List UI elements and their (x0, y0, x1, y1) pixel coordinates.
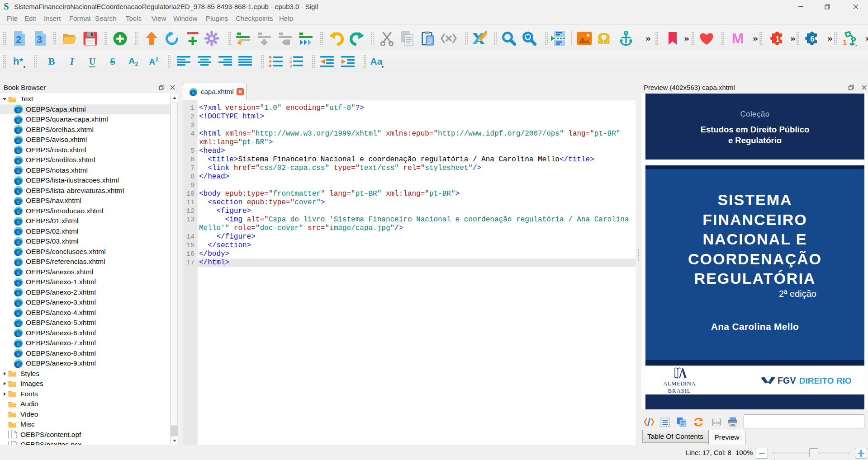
tree-item-fonts[interactable]: Fonts (0, 389, 170, 399)
code-line-13-wrap[interactable]: Mello'" role="doc-cover" src="image/capa… (183, 224, 636, 233)
toolbar-drag-handle[interactable] (320, 32, 323, 45)
zoom-slider-handle[interactable] (809, 448, 818, 457)
tree-item-oebps-anexo-1-xhtml[interactable]: OEBPS/anexo-1.xhtml (0, 277, 170, 287)
align-left-button[interactable] (175, 53, 192, 70)
tree-item-oebps-aviso-xhtml[interactable]: OEBPS/aviso.xhtml (0, 135, 170, 145)
tree-item-oebps-referencias-xhtml[interactable]: OEBPS/referencias.xhtml (0, 257, 170, 267)
scrollbar-up-icon[interactable] (171, 93, 178, 102)
toolbar-drag-handle[interactable] (53, 32, 56, 45)
code-line-9[interactable]: 9 (183, 181, 636, 190)
menu-view[interactable]: View (152, 14, 166, 22)
toolbar-overflow-icon[interactable]: » (825, 33, 835, 44)
split-chevrons-button[interactable] (297, 30, 314, 47)
code-line-10[interactable]: 10<body epub:type="frontmatter" lang="pt… (183, 190, 636, 198)
menu-insert[interactable]: Insert (44, 14, 61, 22)
align-center-button[interactable] (196, 53, 213, 70)
tree-item-oebps-anexo-4-xhtml[interactable]: OEBPS/anexo-4.xhtml (0, 308, 170, 318)
refresh-button[interactable] (693, 417, 703, 427)
tree-item-oebps-conclusoes-xhtml[interactable]: OEBPS/conclusoes.xhtml (0, 247, 170, 257)
heading-button[interactable]: h*▼ (10, 53, 26, 70)
toolbar-overflow-icon[interactable]: » (750, 33, 760, 44)
toolbar-drag-handle[interactable] (3, 55, 6, 68)
preview-address-input[interactable] (744, 414, 864, 428)
align-right-button[interactable] (217, 53, 233, 70)
tree-item-oebps-anexo-3-xhtml[interactable]: OEBPS/anexo-3.xhtml (0, 297, 170, 308)
toolbar-drag-handle[interactable] (34, 55, 37, 68)
toolbar-drag-handle[interactable] (721, 32, 724, 45)
print-button[interactable] (728, 417, 738, 427)
insert-image-button[interactable] (576, 30, 593, 47)
numbered-list-button[interactable]: 123 (288, 53, 304, 70)
anchor-button[interactable] (617, 30, 635, 47)
code-line-3[interactable]: 3 (183, 121, 636, 130)
plugin1-button[interactable]: 1 (768, 30, 786, 47)
tree-item-oebps-content-opf[interactable]: OEBPS/content.opf (0, 430, 170, 440)
zoom-in-button[interactable] (855, 448, 867, 459)
toolbar-drag-handle[interactable] (655, 32, 658, 45)
code-line-7[interactable]: 7 <link href="css/02-capa.css" type="tex… (183, 164, 636, 173)
book-browser-scrollbar[interactable] (170, 93, 178, 445)
tree-item-oebps-rosto-xhtml[interactable]: OEBPS/rosto.xhtml (0, 145, 170, 155)
toolbar-drag-handle[interactable] (371, 32, 374, 45)
underline-button[interactable]: U (84, 53, 100, 70)
reload-button[interactable] (163, 30, 180, 47)
find-button[interactable] (500, 30, 517, 47)
toolbar-drag-handle[interactable] (104, 32, 107, 45)
tree-item-oebps-03-xhtml[interactable]: OEBPS/03.xhtml (0, 236, 170, 247)
split-view-button[interactable] (550, 30, 567, 47)
tree-item-oebps-anexos-xhtml[interactable]: OEBPS/anexos.xhtml (0, 267, 170, 277)
tree-item-oebps-anexo-2-xhtml[interactable]: OEBPS/anexo-2.xhtml (0, 287, 170, 298)
toolbar-drag-handle[interactable] (228, 32, 231, 45)
toolbar-drag-handle[interactable] (465, 32, 468, 45)
tree-item-oebps-notas-xhtml[interactable]: OEBPS/notas.xhtml (0, 165, 170, 176)
tree-item-misc[interactable]: Misc (0, 419, 170, 430)
subscript-button[interactable]: A2 (125, 53, 142, 70)
tree-item-audio[interactable]: Audio (0, 399, 170, 409)
inspect-button[interactable] (644, 417, 654, 427)
outdent-button[interactable] (319, 53, 335, 70)
tree-item-images[interactable]: Images (0, 379, 170, 389)
mend-button[interactable]: M (729, 30, 746, 47)
toolbar-overflow-icon[interactable]: » (787, 33, 797, 44)
code-line-14[interactable]: 14 </figure> (183, 233, 636, 241)
menu-search[interactable]: Search (95, 14, 117, 22)
insert-split-button[interactable] (184, 30, 201, 47)
editor-tab-capa[interactable]: capa.xhtml ✕ (183, 83, 247, 100)
tree-item-oebps-01-xhtml[interactable]: OEBPS/01.xhtml (0, 216, 170, 226)
code-line-17[interactable]: 17</html> (183, 258, 636, 267)
preview-viewport[interactable]: Coleção Estudos em Direito Público e Reg… (641, 93, 868, 409)
css-button[interactable]: css (711, 417, 721, 427)
code-line-1[interactable]: 1<?xml version="1.0" encoding="utf-8"?> (183, 104, 636, 113)
save-button[interactable] (81, 30, 99, 47)
menu-format[interactable]: Format (69, 14, 91, 22)
code-line-6[interactable]: 6 <title>Sistema Financeiro Nacional e c… (183, 155, 636, 164)
indent-button[interactable] (340, 53, 356, 70)
menu-file[interactable]: File (7, 14, 18, 22)
toolbar-drag-handle[interactable] (3, 32, 6, 45)
toolbar-drag-handle[interactable] (797, 32, 799, 45)
code-line-15[interactable]: 15 </section> (183, 241, 636, 250)
strikethrough-button[interactable]: S (104, 53, 121, 70)
editor-preview-splitter[interactable] (636, 72, 641, 445)
toolbar-drag-handle[interactable] (692, 32, 694, 45)
tree-item-oebps-quarta-capa-xhtml[interactable]: OEBPS/quarta-capa.xhtml (0, 114, 170, 125)
tree-item-oebps-nav-xhtml[interactable]: OEBPS/nav.xhtml (0, 196, 170, 206)
book2-button[interactable]: 2 (11, 30, 28, 47)
tree-item-oebps-introducao-xhtml[interactable]: OEBPS/introducao.xhtml (0, 206, 170, 216)
xml-edit-button[interactable] (470, 30, 488, 47)
toolbar-overflow-icon[interactable]: » (643, 33, 653, 44)
code-line-5[interactable]: 5<head> (183, 147, 636, 155)
code-line-11[interactable]: 11 <section epub:type="cover"> (183, 198, 636, 207)
code-line-8[interactable]: 8</head> (183, 173, 636, 181)
tree-item-oebps-anexo-5-xhtml[interactable]: OEBPS/anexo-5.xhtml (0, 318, 170, 328)
tab-table-of-contents[interactable]: Table Of Contents (642, 430, 708, 443)
menu-window[interactable]: Window (173, 14, 197, 22)
code-editor[interactable]: 1<?xml version="1.0" encoding="utf-8"?>2… (183, 100, 636, 445)
tree-item-oebps-ncx-toc-ncx[interactable]: OEBPS/ncx/toc.ncx (0, 440, 170, 445)
collapse-arrow-icon[interactable] (1, 382, 8, 385)
scrollbar-thumb[interactable] (171, 103, 178, 426)
toolbar-drag-handle[interactable] (135, 32, 138, 45)
split-cursor-button[interactable] (234, 30, 251, 47)
book3-button[interactable]: 3 (32, 30, 49, 47)
up-arrow-button[interactable] (143, 30, 160, 47)
